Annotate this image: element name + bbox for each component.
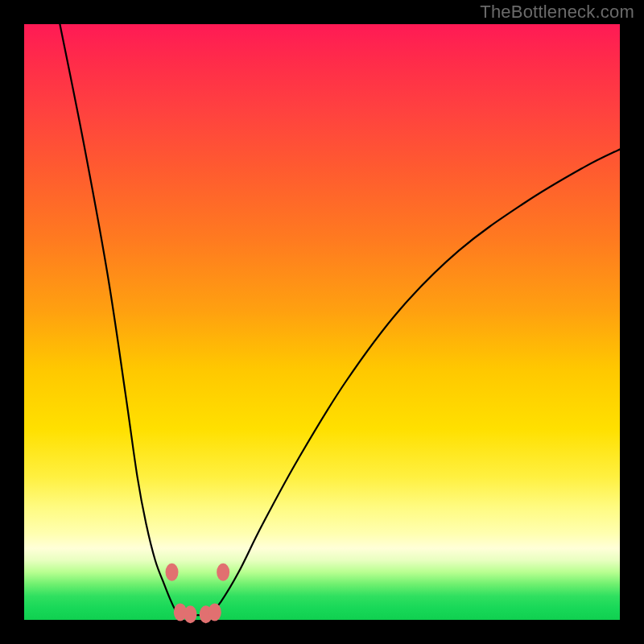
- watermark-text: TheBottleneck.com: [480, 2, 634, 23]
- marker-dot: [166, 564, 179, 581]
- bottleneck-curve: [60, 24, 620, 615]
- marker-dot: [184, 605, 196, 623]
- marker-dot: [208, 603, 221, 621]
- chart-frame: TheBottleneck.com: [0, 0, 644, 644]
- curve-layer: [24, 24, 620, 620]
- plot-area: [24, 24, 620, 620]
- marker-dot: [217, 564, 229, 581]
